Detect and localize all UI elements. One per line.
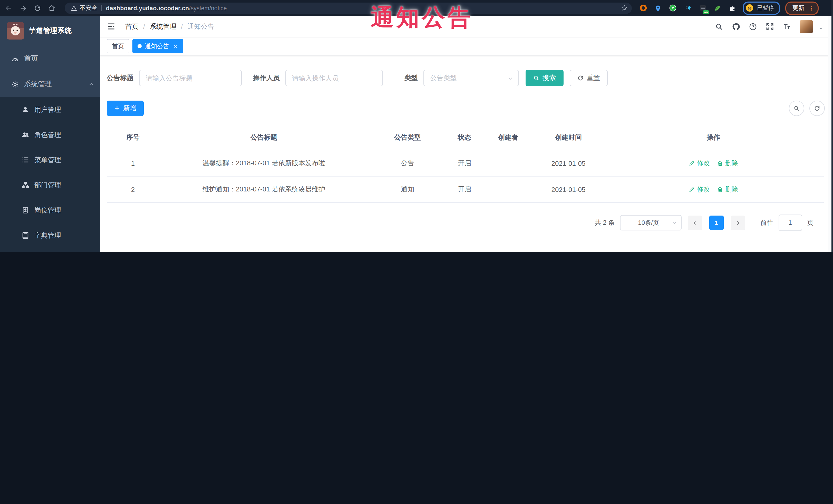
gear-icon	[11, 80, 19, 88]
page-scrollbar[interactable]	[828, 16, 831, 252]
trash-icon	[717, 160, 723, 166]
sidebar-item-posts[interactable]: 岗位管理	[0, 198, 100, 223]
cell-actions: 修改 删除	[603, 159, 824, 168]
plus-icon	[114, 105, 120, 111]
delete-label: 删除	[725, 159, 738, 168]
edit-link[interactable]: 修改	[689, 159, 710, 168]
cell-title: 温馨提醒：2018-07-01 若依新版本发布啦	[159, 159, 368, 168]
bookmark-star-icon[interactable]	[621, 5, 628, 11]
profile-status-label: 已暂停	[757, 4, 774, 12]
reset-button[interactable]: 重置	[570, 70, 608, 86]
breadcrumb-current: 通知公告	[188, 22, 214, 31]
sidebar-item-label: 岗位管理	[34, 206, 94, 215]
table-tools	[789, 101, 825, 116]
tab-notice[interactable]: 通知公告	[133, 39, 183, 53]
org-tree-icon	[21, 181, 29, 189]
sidebar-item-users[interactable]: 用户管理	[0, 97, 100, 122]
app-title: 芋道管理系统	[29, 26, 72, 35]
user-avatar[interactable]	[800, 20, 813, 33]
not-secure-warning-icon	[71, 5, 77, 11]
edit-link[interactable]: 修改	[689, 185, 710, 194]
sidebar-item-dict[interactable]: 字典管理	[0, 223, 100, 248]
caret-down-icon[interactable]	[818, 26, 823, 31]
page-size-select[interactable]: 10条/页	[620, 215, 681, 231]
goto-label: 前往	[760, 218, 773, 227]
extension-orange-ring-icon[interactable]	[639, 4, 647, 12]
sidebar-item-notice[interactable]: 通知公告	[0, 248, 100, 252]
delete-link[interactable]: 删除	[717, 185, 738, 194]
delete-link[interactable]: 删除	[717, 159, 738, 168]
sidebar-item-menus[interactable]: 菜单管理	[0, 147, 100, 172]
forward-icon[interactable]	[20, 4, 27, 11]
operator-input[interactable]	[285, 70, 383, 86]
tab-label: 首页	[112, 42, 124, 51]
search-button[interactable]: 搜索	[526, 70, 564, 86]
type-select-placeholder: 公告类型	[430, 73, 507, 82]
home-icon[interactable]	[48, 4, 55, 11]
sidebar-submenu-system: 用户管理 角色管理 菜单管理 部门管理 岗位管理	[0, 97, 100, 252]
extensions-puzzle-icon[interactable]	[728, 4, 737, 12]
sidebar-item-label: 首页	[24, 54, 94, 63]
cell-status: 开启	[447, 185, 482, 194]
page-content: 公告标题 操作人员 类型 公告类型 搜索	[100, 55, 831, 231]
extension-leaf-icon[interactable]	[713, 4, 722, 12]
font-size-icon[interactable]	[783, 22, 791, 30]
column-header: 序号	[107, 133, 159, 142]
question-circle-icon[interactable]	[749, 22, 757, 30]
reload-icon[interactable]	[34, 4, 41, 11]
goto-page-input[interactable]	[778, 215, 802, 231]
extension-location-pin-icon[interactable]	[654, 4, 662, 12]
window-edge-right	[831, 0, 833, 252]
omnibox-divider	[101, 5, 101, 11]
extension-blue-gem-icon[interactable]	[684, 4, 692, 12]
search-form: 公告标题 操作人员 类型 公告类型 搜索	[107, 70, 825, 86]
sidebar-item-label: 菜单管理	[34, 155, 94, 165]
breadcrumb-system[interactable]: 系统管理	[150, 22, 176, 31]
prev-page-button[interactable]	[688, 216, 702, 230]
sidebar-item-label: 角色管理	[34, 130, 94, 139]
refresh-icon	[577, 75, 584, 81]
title-field-label: 公告标题	[107, 73, 134, 82]
fullscreen-icon[interactable]	[766, 22, 774, 30]
browser-profile-chip[interactable]: 已暂停	[743, 1, 780, 15]
address-bar[interactable]: 不安全 dashboard.yudao.iocoder.cn /system/n…	[65, 2, 632, 14]
next-page-button[interactable]	[731, 216, 745, 230]
type-field-label: 类型	[404, 73, 418, 82]
type-select[interactable]: 公告类型	[423, 70, 519, 86]
column-header: 创建时间	[534, 133, 603, 142]
tags-view-bar: 首页 通知公告	[100, 38, 831, 55]
sidebar-item-departments[interactable]: 部门管理	[0, 172, 100, 198]
header-search-icon[interactable]	[715, 22, 723, 30]
security-label: 不安全	[79, 4, 97, 12]
breadcrumb: 首页 / 系统管理 / 通知公告	[125, 22, 214, 31]
sidebar-item-system[interactable]: 系统管理	[0, 71, 100, 97]
search-icon	[533, 75, 540, 81]
toggle-search-button[interactable]	[789, 101, 804, 116]
table-row: 2 维护通知：2018-07-01 若依系统凌晨维护 通知 开启 2021-01…	[107, 176, 824, 203]
cell-type: 通知	[368, 185, 447, 194]
page-number-button[interactable]: 1	[709, 216, 723, 230]
browser-update-button[interactable]: 更新	[785, 1, 818, 15]
title-input[interactable]	[139, 70, 242, 86]
tab-label: 通知公告	[145, 42, 169, 51]
browser-toolbar: 不安全 dashboard.yudao.iocoder.cn /system/n…	[0, 0, 833, 16]
table-toolbar: 新增	[107, 101, 825, 116]
sidebar-item-label: 用户管理	[34, 105, 94, 114]
tab-home[interactable]: 首页	[107, 39, 129, 53]
page-unit-label: 页	[807, 218, 813, 227]
breadcrumb-home[interactable]: 首页	[125, 22, 139, 31]
sidebar-item-roles[interactable]: 角色管理	[0, 122, 100, 147]
close-icon[interactable]	[172, 43, 178, 49]
cell-type: 公告	[368, 159, 447, 168]
sidebar-collapse-icon[interactable]	[107, 22, 116, 31]
browser-menu-icon[interactable]	[808, 5, 814, 11]
add-button[interactable]: 新增	[107, 101, 144, 116]
app-logo-row[interactable]: 芋道管理系统	[0, 16, 100, 46]
extension-green-circle-icon[interactable]	[669, 4, 677, 12]
refresh-table-button[interactable]	[809, 101, 825, 116]
github-icon[interactable]	[732, 22, 740, 30]
notice-table: 序号 公告标题 公告类型 状态 创建者 创建时间 操作 1 温馨提醒：2018-…	[107, 125, 824, 203]
sidebar-item-home[interactable]: 首页	[0, 46, 100, 71]
extension-switch-icon[interactable]: on	[698, 4, 707, 12]
back-icon[interactable]	[5, 4, 12, 11]
